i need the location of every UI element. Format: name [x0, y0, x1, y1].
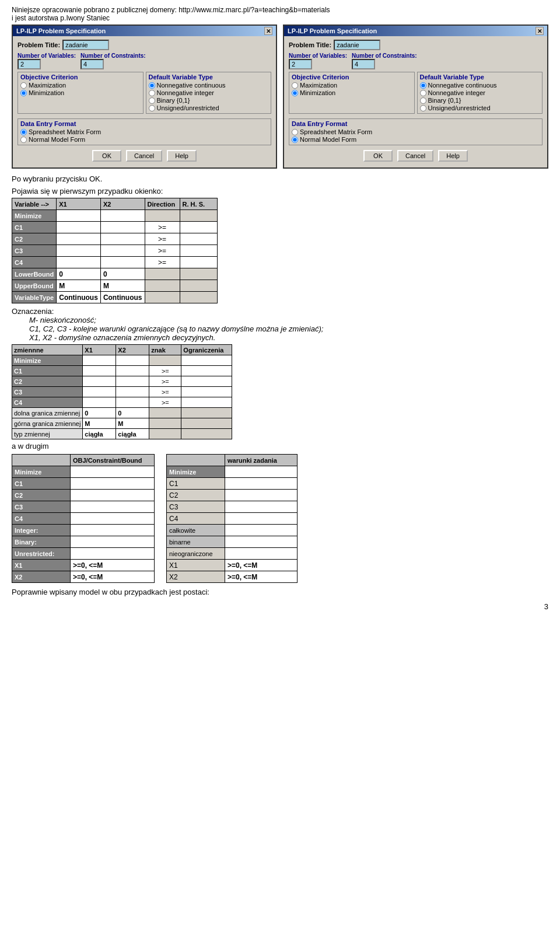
pl-input-min-x2[interactable]	[118, 356, 147, 365]
pl-cell-c2-ogr[interactable]	[181, 376, 232, 387]
pl-cell-c3-ogr[interactable]	[181, 387, 232, 397]
pl-input-c2-x1[interactable]	[85, 377, 114, 386]
normal-cell-c4-en[interactable]	[71, 513, 155, 525]
normal-cell-integer-en[interactable]	[71, 525, 155, 536]
unsigned-radio[interactable]	[149, 105, 155, 111]
cell-c3-x2[interactable]	[100, 245, 145, 257]
normal-input-c4-en[interactable]	[73, 514, 152, 523]
input-c1-x1[interactable]	[59, 223, 91, 232]
normal-model-radio-r[interactable]	[292, 137, 298, 143]
nonneg-cont-row-r[interactable]: Nonnegative continuous	[420, 82, 540, 89]
normal-cell-minimize-en[interactable]	[71, 466, 155, 478]
pl-cell-min-x1[interactable]	[83, 355, 116, 366]
nonneg-int-radio-r[interactable]	[420, 90, 426, 96]
binary-row-r[interactable]: Binary {0,1}	[420, 97, 540, 104]
minimization-radio-r[interactable]	[292, 90, 298, 96]
input-c1-rhs[interactable]	[183, 223, 215, 232]
unsigned-row-r[interactable]: Unsigned/unrestricted	[420, 104, 540, 111]
nonneg-cont-row[interactable]: Nonnegative continuous	[149, 82, 269, 89]
pl-cell-c3-x1[interactable]	[83, 387, 116, 397]
normal-input-binary-en[interactable]	[73, 537, 152, 546]
input-c2-x1[interactable]	[59, 235, 91, 243]
pl-input-c1-x1[interactable]	[85, 366, 114, 375]
normal-cell-c2-en[interactable]	[71, 490, 155, 501]
normal-cell-binary-en[interactable]	[71, 536, 155, 548]
spreadsheet-radio[interactable]	[20, 129, 27, 135]
unsigned-row[interactable]: Unsigned/unrestricted	[149, 104, 269, 111]
pl-cell-c4-ogr[interactable]	[181, 397, 232, 408]
normal-cell-c3-pl[interactable]	[225, 501, 298, 513]
cell-c1-x2[interactable]	[100, 222, 145, 233]
pl-input-min-ogr[interactable]	[183, 356, 230, 365]
cell-minimize-x1[interactable]	[57, 210, 101, 222]
binary-radio-r[interactable]	[420, 97, 426, 104]
nonneg-int-radio[interactable]	[149, 90, 155, 96]
num-variables-input-r[interactable]	[289, 59, 312, 69]
pl-cell-c4-x2[interactable]	[116, 397, 149, 408]
normal-cell-c3-en[interactable]	[71, 501, 155, 513]
normal-input-c4-pl[interactable]	[228, 514, 295, 523]
problem-title-input[interactable]	[62, 40, 109, 50]
close-button-left[interactable]: ✕	[264, 27, 272, 35]
normal-input-minimize-en[interactable]	[73, 467, 152, 476]
normal-input-c1-pl[interactable]	[228, 479, 295, 488]
normal-input-integer-en[interactable]	[73, 526, 152, 535]
spreadsheet-row-r[interactable]: Spreadsheet Matrix Form	[292, 128, 540, 135]
problem-title-input-r[interactable]	[334, 40, 380, 50]
normal-cell-c4-pl[interactable]	[225, 513, 298, 525]
pl-cell-c3-x2[interactable]	[116, 387, 149, 397]
normal-cell-c1-pl[interactable]	[225, 478, 298, 490]
normal-input-c2-pl[interactable]	[228, 491, 295, 500]
cell-c4-x1[interactable]	[57, 257, 101, 268]
pl-input-min-x1[interactable]	[85, 356, 114, 365]
pl-cell-min-ogr[interactable]	[181, 355, 232, 366]
normal-cell-c2-pl[interactable]	[225, 490, 298, 501]
pl-input-c2-x2[interactable]	[118, 377, 147, 386]
help-button-left[interactable]: Help	[167, 150, 197, 162]
input-c2-rhs[interactable]	[183, 235, 215, 243]
maximization-row[interactable]: Maximization	[20, 82, 141, 89]
nonneg-cont-radio[interactable]	[149, 82, 155, 89]
pl-cell-c1-x1[interactable]	[83, 366, 116, 376]
normal-input-calkowite-pl[interactable]	[228, 526, 295, 535]
input-c4-x1[interactable]	[59, 258, 91, 267]
pl-input-c1-ogr[interactable]	[183, 366, 230, 375]
cell-c2-x2[interactable]	[100, 233, 145, 245]
close-button-right[interactable]: ✕	[536, 27, 544, 35]
normal-input-c1-en[interactable]	[73, 479, 152, 488]
cell-c1-rhs[interactable]	[180, 222, 217, 233]
normal-input-minimize-pl[interactable]	[228, 467, 295, 476]
pl-input-c3-x2[interactable]	[118, 387, 147, 396]
normal-cell-calkowite-pl[interactable]	[225, 525, 298, 536]
nonneg-int-row[interactable]: Nonnegative integer	[149, 89, 269, 96]
minimization-row[interactable]: Minimization	[20, 89, 141, 96]
pl-input-c4-ogr[interactable]	[183, 398, 230, 407]
normal-input-c2-en[interactable]	[73, 491, 152, 500]
ok-button-left[interactable]: OK	[92, 150, 121, 162]
minimization-row-r[interactable]: Minimization	[292, 89, 412, 96]
pl-cell-c2-x1[interactable]	[83, 376, 116, 387]
normal-cell-binarne-pl[interactable]	[225, 536, 298, 548]
input-c2-x2[interactable]	[103, 235, 135, 243]
cancel-button-right[interactable]: Cancel	[397, 150, 433, 162]
pl-cell-c1-ogr[interactable]	[181, 366, 232, 376]
input-c1-x2[interactable]	[103, 223, 135, 232]
pl-input-c1-x2[interactable]	[118, 366, 147, 375]
maximization-radio-r[interactable]	[292, 82, 298, 89]
help-button-right[interactable]: Help	[438, 150, 468, 162]
cell-c2-rhs[interactable]	[180, 233, 217, 245]
normal-model-radio[interactable]	[20, 137, 27, 143]
cell-c3-x1[interactable]	[57, 245, 101, 257]
normal-model-row[interactable]: Normal Model Form	[20, 136, 268, 143]
pl-cell-c4-x1[interactable]	[83, 397, 116, 408]
spreadsheet-radio-r[interactable]	[292, 129, 298, 135]
maximization-radio[interactable]	[20, 82, 27, 89]
pl-input-c4-x1[interactable]	[85, 398, 114, 407]
pl-input-c3-x1[interactable]	[85, 387, 114, 396]
input-c3-x1[interactable]	[59, 246, 91, 255]
cell-c2-x1[interactable]	[57, 233, 101, 245]
normal-input-c3-pl[interactable]	[228, 502, 295, 511]
cancel-button-left[interactable]: Cancel	[126, 150, 162, 162]
normal-input-binarne-pl[interactable]	[228, 537, 295, 546]
num-constraints-input[interactable]	[80, 59, 104, 69]
